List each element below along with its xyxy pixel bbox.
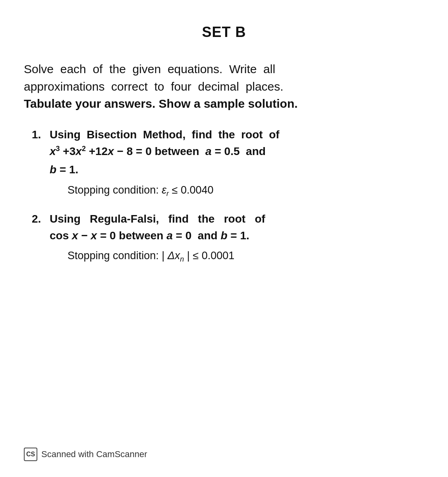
problem-1-number: 1. <box>32 128 50 141</box>
problem-1-equation: x3 +3x2 +12x − 8 = 0 between a = 0.5 and… <box>50 143 424 198</box>
page-title: SET B <box>24 24 424 41</box>
problems-section: 1. Using Bisection Method, find the root… <box>32 128 424 264</box>
cs-badge-icon: CS <box>24 448 37 461</box>
problem-2-stopping: Stopping condition: | Δxn | ≤ 0.0001 <box>68 248 424 264</box>
page: SET B Solve each of the given equations.… <box>0 0 448 477</box>
problem-2-eq-line1: cos x − x = 0 between a = 0 and b = 1. <box>50 227 424 245</box>
problem-1-method-line: Using Bisection Method, find the root of <box>50 128 280 141</box>
problem-1-header: 1. Using Bisection Method, find the root… <box>32 128 424 141</box>
problem-2-body: Using Regula-Falsi, find the root of <box>50 213 424 225</box>
problem-1-eq-line1: x3 +3x2 +12x − 8 = 0 between a = 0.5 and <box>50 143 424 161</box>
problem-1-stopping: Stopping condition: εr ≤ 0.0040 <box>68 182 424 198</box>
problem-2: 2. Using Regula-Falsi, find the root of … <box>32 213 424 264</box>
intro-line3: Tabulate your answers. Show a sample sol… <box>24 97 298 110</box>
problem-1-eq-line2: b = 1. <box>50 161 424 179</box>
intro-line1: Solve each of the given equations. Write… <box>24 62 275 76</box>
footer: CS Scanned with CamScanner <box>24 448 147 461</box>
problem-2-header: 2. Using Regula-Falsi, find the root of <box>32 213 424 225</box>
intro-text: Solve each of the given equations. Write… <box>24 60 424 112</box>
problem-1-body: Using Bisection Method, find the root of <box>50 128 424 141</box>
problem-1: 1. Using Bisection Method, find the root… <box>32 128 424 198</box>
intro-line2: approximations correct to four decimal p… <box>24 80 284 93</box>
problem-2-number: 2. <box>32 213 50 225</box>
footer-text: Scanned with CamScanner <box>41 449 147 460</box>
problem-2-method-line: Using Regula-Falsi, find the root of <box>50 213 265 225</box>
problem-2-equation: cos x − x = 0 between a = 0 and b = 1. S… <box>50 227 424 264</box>
